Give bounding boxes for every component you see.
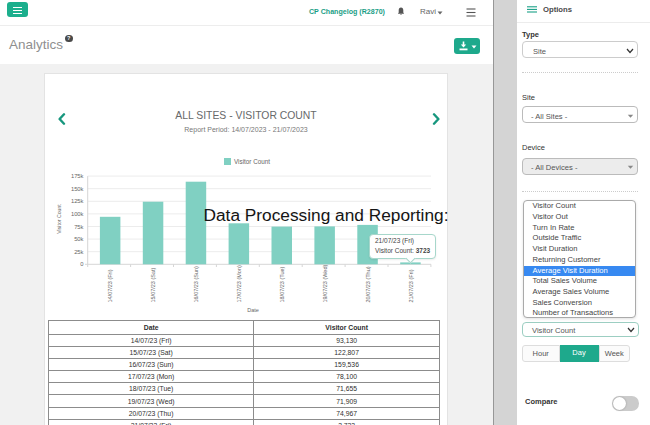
svg-text:175k: 175k [71,173,84,179]
svg-text:16/07/23 (Sun): 16/07/23 (Sun) [193,266,199,303]
svg-text:17/07/23 (Mon): 17/07/23 (Mon) [236,265,242,302]
svg-text:14/07/23 (Fri): 14/07/23 (Fri) [107,269,113,302]
svg-text:25k: 25k [74,249,83,255]
svg-text:0: 0 [80,261,83,267]
svg-text:75k: 75k [74,224,83,230]
svg-text:Visitor Count: Visitor Count [234,158,270,165]
svg-text:50k: 50k [74,236,83,242]
svg-text:Date: Date [247,307,259,313]
svg-text:125k: 125k [71,198,84,204]
svg-text:150k: 150k [71,186,84,192]
svg-text:Visitor Count: Visitor Count [56,204,62,234]
svg-text:20/07/23 (Thu): 20/07/23 (Thu) [365,266,371,302]
svg-text:15/07/23 (Sat): 15/07/23 (Sat) [150,267,156,302]
svg-text:18/07/23 (Tue): 18/07/23 (Tue) [279,266,285,302]
svg-text:100k: 100k [71,211,84,217]
svg-text:19/07/23 (Wed): 19/07/23 (Wed) [322,265,328,303]
svg-text:21/07/23 (Fri): 21/07/23 (Fri) [408,269,414,302]
